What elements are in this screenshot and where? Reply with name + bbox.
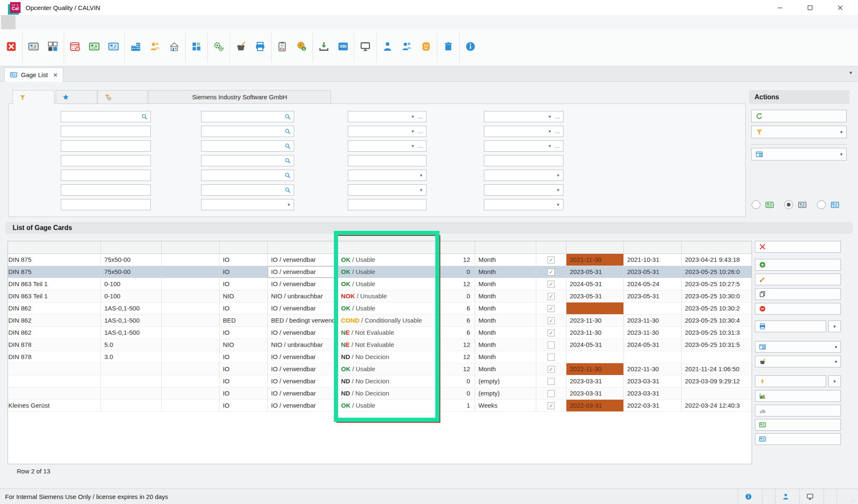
table-row[interactable]: DIN 875 75x50-00 IO IO / verwendbar OK /…: [8, 266, 752, 278]
menu-?[interactable]: [72, 15, 87, 29]
toolbar-checkout[interactable]: [85, 39, 104, 56]
table-row[interactable]: DIN 863 Teil 1 0-100 NIO NIO / unbrauchb…: [8, 290, 752, 302]
column-header[interactable]: [8, 241, 101, 254]
field-cost-center-type[interactable]: ▾: [201, 199, 294, 210]
side-checkout[interactable]: [755, 419, 841, 431]
due-checkbox[interactable]: [548, 390, 555, 397]
side-print[interactable]: [755, 320, 826, 332]
field-ident-no-2[interactable]: [61, 140, 151, 152]
field-library[interactable]: [201, 111, 294, 122]
field-state[interactable]: ▾: [484, 170, 563, 181]
toolbar-about-[interactable]: [461, 39, 480, 56]
field-event-type[interactable]: ▾: [484, 199, 563, 210]
field-usage-to-(%)[interactable]: [484, 155, 563, 166]
table-row[interactable]: IO IO / verwendbar ND / No Decicion 0 (e…: [8, 388, 752, 400]
field-index-storage-loc[interactable]: [348, 199, 426, 210]
field-cost-center[interactable]: [201, 184, 294, 196]
side-delete[interactable]: [755, 303, 841, 315]
field-ident-no-4[interactable]: [61, 170, 151, 181]
column-header[interactable]: [566, 241, 624, 254]
toolbar-recycle-bin[interactable]: [439, 39, 458, 56]
column-header[interactable]: [162, 241, 220, 254]
field-designation[interactable]: [201, 155, 294, 166]
side-layout[interactable]: ▾: [755, 341, 841, 353]
column-header[interactable]: [338, 241, 436, 254]
resize-grip[interactable]: .::: [850, 498, 856, 504]
field-usage-from-(%)[interactable]: [348, 155, 426, 166]
side-last-inspection[interactable]: [755, 405, 841, 416]
due-checkbox[interactable]: ✓: [548, 256, 555, 264]
column-header[interactable]: [101, 241, 162, 254]
field-pre-due-date-from[interactable]: ▾…: [348, 140, 426, 152]
menu-view[interactable]: [58, 15, 72, 29]
column-header[interactable]: [682, 241, 752, 254]
subtab-advanced[interactable]: [56, 90, 97, 104]
toolbar-gageit[interactable]: [209, 39, 228, 56]
toolbar-user[interactable]: [378, 39, 397, 56]
field-state[interactable]: ▾: [484, 184, 563, 196]
table-row[interactable]: DIN 878 5.0 NIO NIO / unbrauchbar NE / N…: [8, 339, 752, 351]
due-checkbox[interactable]: ✓: [548, 402, 555, 409]
tab-overflow-chevron-icon[interactable]: ▾: [849, 70, 852, 76]
column-header[interactable]: [475, 241, 536, 254]
due-checkbox[interactable]: [548, 354, 555, 361]
tab-gage-list[interactable]: Gage List ✕: [4, 67, 63, 82]
field-last-insp-to[interactable]: ▾…: [484, 126, 563, 137]
side-edit[interactable]: [755, 274, 841, 285]
due-checkbox[interactable]: ✓: [548, 366, 555, 373]
side-check-now[interactable]: [755, 375, 826, 387]
action-layout[interactable]: ▾: [751, 148, 847, 160]
toolbar-return[interactable]: [104, 39, 123, 56]
toolbar-collections[interactable]: [231, 39, 251, 56]
due-checkbox[interactable]: [548, 378, 555, 385]
toolbar-collective-print[interactable]: [251, 39, 270, 56]
toolbar-part-master[interactable]: [187, 39, 206, 56]
due-checkbox[interactable]: ✓: [548, 317, 555, 324]
field-client[interactable]: [61, 111, 151, 122]
field-ident-no-1[interactable]: [61, 126, 151, 137]
menu-functions[interactable]: [16, 15, 30, 29]
toolbar-due-date[interactable]: [65, 39, 85, 56]
field-due-date-flag[interactable]: ▾: [348, 170, 426, 181]
table-row[interactable]: DIN 862 1AS-0,1-500 BED BED / bedingt ve…: [8, 315, 752, 327]
column-header[interactable]: [268, 241, 338, 254]
view-radio-1[interactable]: [752, 200, 760, 209]
table-row[interactable]: DIN 875 75x50-00 IO IO / verwendbar OK /…: [8, 254, 752, 266]
menu-file[interactable]: [1, 15, 16, 29]
field-pre-due-date-to[interactable]: ▾…: [484, 140, 563, 152]
toolbar-user-groups[interactable]: [397, 39, 416, 56]
toolbar-exit[interactable]: [2, 39, 21, 56]
column-header[interactable]: [436, 241, 475, 254]
table-row[interactable]: DIN 878 3.0 IO IO / verwendbar ND / No D…: [8, 351, 752, 363]
field-type[interactable]: [201, 140, 294, 152]
toolbar-costslist[interactable]: €$: [292, 39, 311, 56]
toolbar-station[interactable]: [356, 39, 375, 56]
due-checkbox[interactable]: ✓: [548, 305, 555, 312]
due-checkbox[interactable]: ✓: [548, 329, 555, 336]
side-copy[interactable]: [755, 288, 841, 300]
side-create-msa[interactable]: [755, 390, 841, 402]
subtab-selection[interactable]: [13, 90, 54, 104]
side-return[interactable]: [755, 433, 841, 445]
toolbar-orders[interactable]: [273, 39, 292, 56]
subtab-event-filter[interactable]: [98, 90, 147, 104]
menu-data[interactable]: [30, 15, 44, 29]
close-button[interactable]: [835, 2, 845, 13]
field-barcode[interactable]: [61, 199, 151, 210]
toolbar-personnel[interactable]: [145, 39, 165, 56]
maximize-button[interactable]: [804, 2, 815, 13]
due-checkbox[interactable]: ✓: [548, 293, 555, 300]
column-header[interactable]: [536, 241, 566, 254]
column-header[interactable]: [220, 241, 268, 254]
side-create[interactable]: [755, 259, 841, 271]
due-checkbox[interactable]: [548, 341, 555, 349]
side-close[interactable]: [755, 241, 841, 253]
table-row[interactable]: DIN 862 1AS-0,1-500 IO IO / verwendbar N…: [8, 327, 752, 339]
table-row[interactable]: DIN 862 1AS-0,1-500 IO IO / verwendbar O…: [8, 302, 752, 315]
action-refresh[interactable]: [751, 110, 847, 122]
field-last-insp-from[interactable]: ▾…: [348, 126, 426, 137]
side-collection[interactable]: ▾: [755, 356, 841, 367]
menu-system[interactable]: [44, 15, 58, 29]
table-row[interactable]: IO IO / verwendbar ND / No Decicion 0 (e…: [8, 375, 752, 388]
company-tab[interactable]: Siemens Industry Software GmbH: [148, 90, 331, 104]
